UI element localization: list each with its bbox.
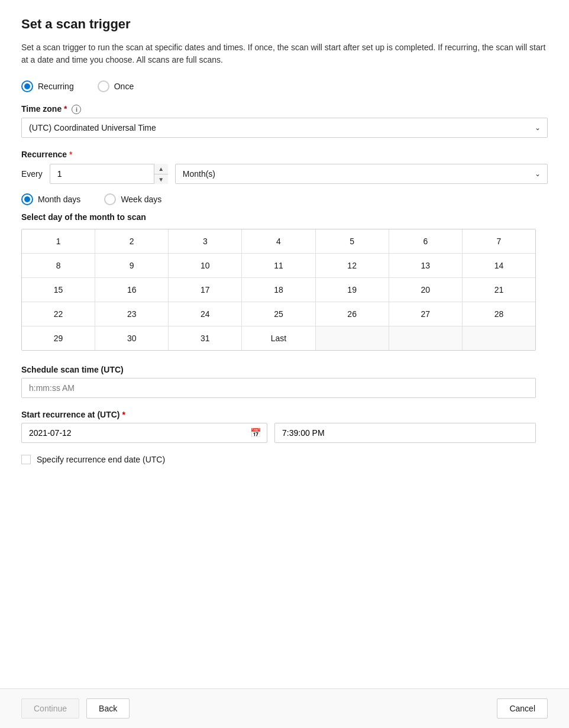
month-days-label: Month days [38,195,80,204]
spinner-up-button[interactable]: ▲ [154,164,168,174]
schedule-time-input[interactable] [21,378,536,398]
day-28[interactable]: 28 [463,302,535,326]
unit-select-wrapper: Month(s) ⌄ [175,164,548,184]
date-input-wrapper: 📅 [21,423,267,443]
calendar-heading: Select day of the month to scan [21,212,548,222]
day-24[interactable]: 24 [169,302,242,326]
day-29[interactable]: 29 [22,326,95,350]
unit-select[interactable]: Month(s) [175,164,548,184]
timezone-select-wrapper: (UTC) Coordinated Universal Time ⌄ [21,118,548,138]
day-25[interactable]: 25 [242,302,315,326]
recurring-option[interactable]: Recurring [21,80,74,92]
day-18[interactable]: 18 [242,278,315,302]
day-21[interactable]: 21 [463,278,535,302]
cancel-button[interactable]: Cancel [497,698,548,719]
day-12[interactable]: 12 [316,254,389,278]
recurrence-number-wrapper: ▲ ▼ [50,164,168,184]
calendar-row-1: 1 2 3 4 5 6 7 [22,229,535,254]
day-22[interactable]: 22 [22,302,95,326]
day-8[interactable]: 8 [22,254,95,278]
recurring-label: Recurring [38,82,74,91]
page-title: Set a scan trigger [21,17,548,32]
calendar-section: Select day of the month to scan 1 2 3 4 … [21,212,548,351]
day-2[interactable]: 2 [95,229,169,254]
day-4[interactable]: 4 [242,229,315,254]
day-19[interactable]: 19 [316,278,389,302]
trigger-type-group: Recurring Once [21,80,548,92]
day-9[interactable]: 9 [95,254,169,278]
month-days-radio[interactable] [21,193,33,205]
footer-left-buttons: Continue Back [21,698,130,719]
recurrence-number-input[interactable] [50,164,168,184]
day-7[interactable]: 7 [463,229,535,254]
day-26[interactable]: 26 [316,302,389,326]
end-date-row: Specify recurrence end date (UTC) [21,455,548,464]
week-days-label: Week days [121,195,161,204]
start-time-input[interactable] [274,423,536,443]
day-27[interactable]: 27 [389,302,463,326]
end-date-checkbox[interactable] [21,455,31,464]
recurrence-label-wrapper: Recurrence * [21,150,548,159]
recurrence-spinner: ▲ ▼ [154,164,168,184]
day-6[interactable]: 6 [389,229,463,254]
day-last[interactable]: Last [242,326,315,350]
timezone-section: Time zone * i (UTC) Coordinated Universa… [21,104,548,138]
month-days-option[interactable]: Month days [21,193,80,205]
day-1[interactable]: 1 [22,229,95,254]
spinner-down-button[interactable]: ▼ [154,174,168,185]
end-date-label: Specify recurrence end date (UTC) [37,455,165,464]
day-empty-3 [463,326,535,350]
schedule-time-section: Schedule scan time (UTC) [21,365,548,398]
timezone-info-icon[interactable]: i [72,105,81,114]
day-3[interactable]: 3 [169,229,242,254]
recurring-radio[interactable] [21,80,33,92]
calendar-row-5: 29 30 31 Last [22,326,535,350]
day-empty-2 [389,326,463,350]
date-input[interactable] [21,423,267,443]
calendar-row-2: 8 9 10 11 12 13 14 [22,254,535,278]
day-31[interactable]: 31 [169,326,242,350]
start-row: 📅 [21,423,536,443]
once-label: Once [114,82,134,91]
day-15[interactable]: 15 [22,278,95,302]
day-empty-1 [316,326,389,350]
start-recurrence-label: Start recurrence at (UTC) * [21,410,548,419]
day-10[interactable]: 10 [169,254,242,278]
day-23[interactable]: 23 [95,302,169,326]
start-recurrence-section: Start recurrence at (UTC) * 📅 [21,410,548,443]
once-radio[interactable] [98,80,109,92]
timezone-select[interactable]: (UTC) Coordinated Universal Time [21,118,548,138]
day-17[interactable]: 17 [169,278,242,302]
every-label: Every [21,169,43,179]
recurrence-row: Every ▲ ▼ Month(s) ⌄ [21,164,548,184]
day-16[interactable]: 16 [95,278,169,302]
calendar-grid: 1 2 3 4 5 6 7 8 9 10 11 12 13 14 15 16 [21,229,536,351]
calendar-row-4: 22 23 24 25 26 27 28 [22,302,535,326]
day-20[interactable]: 20 [389,278,463,302]
day-5[interactable]: 5 [316,229,389,254]
continue-button[interactable]: Continue [21,698,79,719]
once-option[interactable]: Once [98,80,134,92]
back-button[interactable]: Back [86,698,130,719]
page-description: Set a scan trigger to run the scan at sp… [21,41,548,66]
day-11[interactable]: 11 [242,254,315,278]
schedule-time-label: Schedule scan time (UTC) [21,365,548,374]
day-type-group: Month days Week days [21,193,548,205]
footer-right-buttons: Cancel [497,698,548,719]
day-14[interactable]: 14 [463,254,535,278]
day-13[interactable]: 13 [389,254,463,278]
week-days-option[interactable]: Week days [104,193,161,205]
footer: Continue Back Cancel [0,688,569,728]
day-30[interactable]: 30 [95,326,169,350]
calendar-row-3: 15 16 17 18 19 20 21 [22,278,535,302]
week-days-radio[interactable] [104,193,116,205]
timezone-label: Time zone * i [21,104,548,114]
